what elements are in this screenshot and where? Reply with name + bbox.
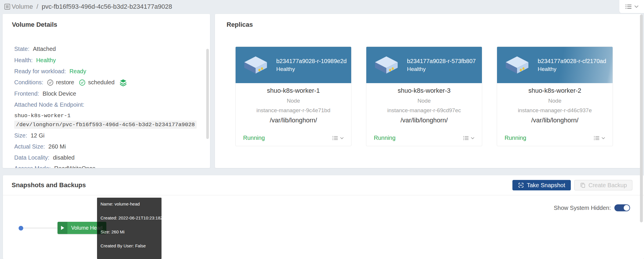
actual-size-value: 260 Mi (49, 143, 66, 150)
page-scrollbar[interactable] (640, 15, 643, 222)
conditions-label: Conditions: (14, 78, 43, 86)
replica-name: b234177a9028-r-573fb807 (407, 57, 476, 65)
replica-node-name: shuo-k8s-worker-3 (366, 85, 482, 96)
volume-icon (4, 3, 10, 10)
replica-instance-manager: instance-manager-r-9c4e71bd (236, 106, 351, 115)
replica-data-path: /var/lib/longhorn/ (236, 115, 351, 126)
replica-cards-row: b234177a9028-r-10989e2d Healthy shuo-k8s… (235, 47, 613, 146)
replica-actions-menu[interactable] (332, 135, 344, 141)
endpoint-code: /dev/longhorn/pvc-fb16f593-496d-4c56-b3d… (14, 121, 197, 129)
replica-actions-menu[interactable] (463, 135, 474, 141)
volume-details-title: Volume Details (12, 21, 57, 28)
attached-node-value: shuo-k8s-worker-1 (14, 112, 71, 120)
divider (3, 195, 644, 195)
disk-icon (504, 55, 530, 75)
replica-card: b234177a9028-r-10989e2d Healthy shuo-k8s… (235, 47, 351, 146)
detail-row-actual-size: Actual Size:260 Mi (14, 143, 66, 151)
detail-row-frontend: Frontend:Block Device (14, 90, 76, 98)
health-label: Health: (14, 57, 33, 63)
create-backup-button[interactable]: Create Backup (574, 180, 632, 190)
replica-node-label: Node (236, 96, 351, 106)
replica-card-header: b234177a9028-r-10989e2d Healthy (236, 47, 351, 83)
attached-endpoint-value: /dev/longhorn/pvc-fb16f593-496d-4c56-b3d… (14, 121, 197, 130)
frontend-value: Block Device (43, 90, 76, 97)
snapshot-point[interactable] (19, 226, 23, 231)
breadcrumb-volume-name: pvc-fb16f593-496d-4c56-b3d2-b234177a9028 (42, 3, 172, 10)
replica-card-body: shuo-k8s-worker-2 Node instance-manager-… (497, 83, 613, 146)
detail-row-attached-node-label: Attached Node & Endpoint: (14, 101, 88, 109)
top-bar: Volume / pvc-fb16f593-496d-4c56-b3d2-b23… (0, 0, 644, 13)
actual-size-label: Actual Size: (14, 143, 45, 150)
replica-menu-chevron-icon (471, 137, 474, 139)
state-label: State: (14, 46, 29, 52)
frontend-label: Frontend: (14, 90, 39, 97)
replica-name: b234177a9028-r-10989e2d (276, 57, 347, 65)
disk-icon (373, 55, 399, 75)
condition-scheduled[interactable]: scheduled (79, 78, 114, 86)
detail-row-ready: Ready for workload:Ready (14, 67, 86, 75)
volume-details-panel: Volume Details State:Attached Health:Hea… (3, 14, 210, 168)
tooltip-name: Name: volume-head (101, 201, 158, 206)
snapshots-panel: Snapshots and Backups Take Snapshot Crea… (3, 175, 644, 259)
tooltip-created: Created: 2022-06-21T10:23:18Z (101, 215, 158, 220)
detail-row-access-mode: Access Mode:ReadWriteOnce (14, 165, 96, 168)
replica-actions-menu[interactable] (593, 135, 605, 141)
replica-menu-chevron-icon (602, 137, 605, 139)
snapshot-timeline-line (21, 228, 58, 228)
detail-row-state: State:Attached (14, 45, 56, 53)
snapshots-title: Snapshots and Backups (12, 181, 86, 189)
condition-restore[interactable]: restore (47, 78, 74, 86)
replica-card-header: b234177a9028-r-cf2170ad Healthy (497, 47, 613, 83)
restore-check-circle-icon (47, 79, 54, 86)
condition-restore-label: restore (56, 78, 74, 86)
attached-node-label: Attached Node & Endpoint: (14, 101, 84, 108)
volume-details-scrollbar[interactable] (206, 49, 209, 139)
size-value: 12 Gi (31, 132, 44, 139)
replica-card: b234177a9028-r-cf2170ad Healthy shuo-k8s… (497, 47, 613, 146)
replica-node-name: shuo-k8s-worker-1 (236, 85, 351, 96)
snapshot-tooltip: Name: volume-head Created: 2022-06-21T10… (97, 198, 162, 259)
replica-card-body: shuo-k8s-worker-3 Node instance-manager-… (366, 83, 482, 146)
take-snapshot-button[interactable]: Take Snapshot (512, 180, 571, 190)
replica-status: Running (505, 135, 526, 141)
layers-icon[interactable] (119, 79, 127, 86)
access-mode-value: ReadWriteOnce (54, 165, 96, 168)
breadcrumb-separator: / (36, 3, 38, 10)
page-actions-menu[interactable] (619, 0, 644, 13)
play-icon (58, 222, 67, 234)
replica-instance-manager: instance-manager-r-69cd97ec (366, 106, 482, 115)
replica-health: Healthy (538, 65, 606, 73)
show-system-hidden-toggle[interactable] (614, 204, 630, 211)
replica-data-path: /var/lib/longhorn/ (366, 115, 482, 126)
replica-instance-manager: instance-manager-r-d46c937e (497, 106, 613, 115)
detail-row-conditions: Conditions: restore scheduled (14, 78, 127, 86)
replica-menu-list-icon (332, 135, 338, 141)
breadcrumb-volume-link[interactable]: Volume (12, 3, 33, 10)
menu-list-icon (625, 4, 632, 10)
replica-menu-list-icon (593, 135, 600, 141)
chevron-down-icon (634, 5, 638, 8)
ready-label: Ready for workload: (14, 68, 66, 74)
replica-card: b234177a9028-r-573fb807 Healthy shuo-k8s… (366, 47, 482, 146)
create-backup-label: Create Backup (589, 182, 627, 189)
size-label: Size: (14, 132, 27, 139)
replica-health: Healthy (276, 65, 347, 73)
replica-name: b234177a9028-r-cf2170ad (538, 57, 606, 65)
replica-card-header: b234177a9028-r-573fb807 Healthy (366, 47, 482, 83)
state-value: Attached (33, 46, 56, 52)
replica-health: Healthy (407, 65, 476, 73)
data-locality-label: Data Locality: (14, 154, 49, 161)
replica-status: Running (243, 135, 265, 141)
longhorn-volume-page: Volume / pvc-fb16f593-496d-4c56-b3d2-b23… (0, 0, 644, 259)
snapshots-header: Snapshots and Backups Take Snapshot Crea… (3, 175, 644, 195)
replica-node-name: shuo-k8s-worker-2 (497, 85, 613, 96)
replicas-panel: Replicas b234177a9028-r-10989e2d Healthy… (215, 14, 641, 168)
replica-card-body: shuo-k8s-worker-1 Node instance-manager-… (236, 83, 351, 146)
take-snapshot-label: Take Snapshot (527, 182, 565, 189)
detail-row-health: Health:Healthy (14, 56, 56, 64)
replica-data-path: /var/lib/longhorn/ (497, 115, 613, 126)
show-system-hidden-row: Show System Hidden: (554, 204, 630, 211)
replica-menu-list-icon (463, 135, 469, 141)
scheduled-check-circle-icon (79, 79, 86, 86)
health-value: Healthy (36, 57, 56, 63)
